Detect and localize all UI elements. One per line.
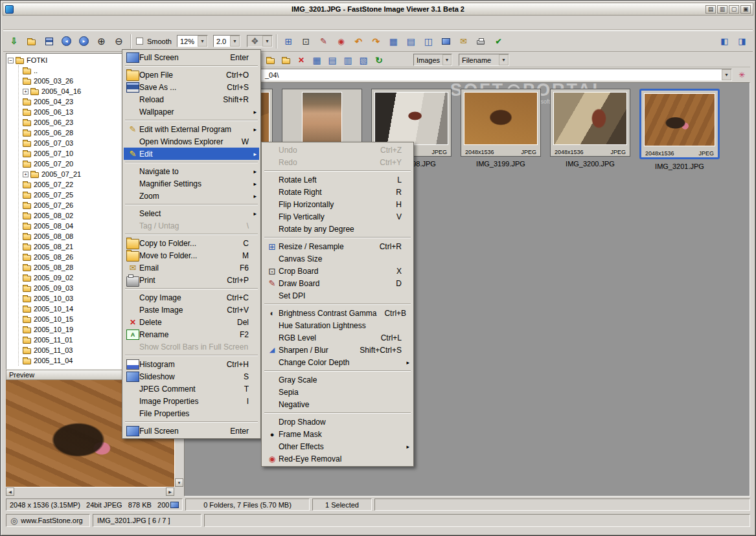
menu-item[interactable]: Resize / Resample Ctrl+R ▸: [263, 240, 412, 252]
chevron-down-icon[interactable]: ▼: [442, 54, 452, 65]
menu-favorites[interactable]: [42, 22, 51, 25]
sort-by-select[interactable]: Filename ▼: [459, 54, 509, 66]
red-eye-button[interactable]: [333, 33, 349, 49]
menu-item[interactable]: Sharpen / Blur Shift+Ctrl+S ▸: [263, 344, 412, 356]
thumbnail-image[interactable]: [553, 92, 627, 145]
tile-windows-button[interactable]: [705, 5, 716, 14]
menu-item[interactable]: Crop Board X ▸: [263, 265, 412, 277]
view-pairs-button[interactable]: [356, 54, 371, 67]
menu-item[interactable]: Brightness Contrast Gamma Ctrl+B ▸: [263, 307, 412, 319]
menu-item[interactable]: Copy to Folder... C ▸: [124, 237, 259, 249]
address-dropdown-button[interactable]: ▼: [722, 69, 731, 80]
menu-item[interactable]: Navigate to ▸: [124, 165, 259, 177]
zoom-out-button[interactable]: [111, 33, 127, 49]
copy-to-folder-button[interactable]: [263, 54, 277, 67]
menu-item[interactable]: JPEG Comment T ▸: [124, 383, 259, 395]
thumbnail-cell[interactable]: 2048x1536 JPEG IMG_3199.JPG: [461, 89, 541, 171]
menu-item[interactable]: Email F6 ▸: [124, 262, 259, 274]
menu-item[interactable]: Rotate by any Degree ▸: [263, 223, 412, 235]
menu-item[interactable]: Draw Board D ▸: [263, 277, 412, 289]
view-list-button[interactable]: [325, 54, 339, 67]
menu-item[interactable]: Copy Image Ctrl+C ▸: [124, 291, 259, 304]
chevron-down-icon[interactable]: ▼: [230, 36, 240, 47]
menu-item[interactable]: Negative ▸: [263, 398, 412, 410]
redo-button[interactable]: [368, 33, 384, 49]
images-filter-select[interactable]: Images ▼: [413, 54, 452, 66]
refresh-button[interactable]: [372, 54, 386, 67]
zoom-step-select[interactable]: 2.0 ▼: [213, 35, 240, 47]
layout-viewer-button[interactable]: [734, 33, 750, 49]
filter-button[interactable]: [735, 69, 749, 82]
maximize-button[interactable]: [729, 5, 739, 14]
menu-file[interactable]: [6, 22, 15, 25]
move-to-folder-button[interactable]: [279, 54, 293, 67]
menu-item[interactable]: Save As ... Ctrl+S ▸: [124, 81, 259, 93]
menu-help[interactable]: [78, 22, 87, 25]
smooth-checkbox[interactable]: [136, 38, 143, 45]
menu-item[interactable]: Rename F2 ▸: [124, 328, 259, 341]
menu-item[interactable]: Flip Vertically V ▸: [263, 210, 412, 223]
next-image-button[interactable]: [76, 33, 92, 49]
menu-item[interactable]: Rotate Left L ▸: [263, 173, 412, 186]
menu-edit[interactable]: [15, 22, 24, 25]
thumbnail-view-button[interactable]: [385, 33, 402, 49]
mouse-action-select[interactable]: ▼: [247, 35, 273, 47]
menu-item[interactable]: Zoom ▸: [124, 190, 259, 202]
collapse-box-icon[interactable]: −: [8, 58, 14, 63]
scroll-down-icon[interactable]: ▼: [175, 478, 183, 487]
chevron-down-icon[interactable]: ▼: [262, 36, 272, 47]
menu-item[interactable]: Red-Eye Removal ▸: [263, 452, 412, 465]
menu-item[interactable]: Gray Scale ▸: [263, 374, 412, 386]
email-button[interactable]: [455, 33, 472, 49]
close-button[interactable]: [740, 5, 751, 14]
menu-item[interactable]: Full Screen Enter ▸: [124, 51, 259, 63]
crop-board-button[interactable]: [298, 33, 314, 49]
menu-item[interactable]: Histogram Ctrl+H ▸: [124, 358, 259, 370]
draw-board-button[interactable]: [315, 33, 332, 49]
menu-item[interactable]: Flip Horizontally H ▸: [263, 198, 412, 210]
menu-item[interactable]: Undo Ctrl+Z ▸: [263, 144, 412, 156]
menu-item[interactable]: Frame Mask ▸: [263, 428, 412, 440]
menu-item[interactable]: Open File Ctrl+O ▸: [124, 69, 259, 81]
address-path-input[interactable]: _04\ ▼: [185, 69, 732, 81]
menu-item[interactable]: Wallpaper ▸: [124, 106, 259, 118]
menu-item[interactable]: Change Color Depth ▸: [263, 356, 412, 368]
menu-item[interactable]: Move to Folder... M ▸: [124, 249, 259, 262]
undo-button[interactable]: [350, 33, 367, 49]
chevron-down-icon[interactable]: ▼: [499, 54, 509, 65]
menu-item[interactable]: Tag / Untag \ ▸: [124, 219, 259, 232]
menu-item[interactable]: File Properties ▸: [124, 407, 259, 419]
thumbnail-image[interactable]: [302, 92, 342, 145]
save-as-button[interactable]: [41, 33, 57, 49]
browse-folder-button[interactable]: [23, 33, 40, 49]
resize-button[interactable]: [281, 33, 297, 49]
thumbnail-cell[interactable]: 2048x1536 JPEG IMG_3201.JPG: [639, 89, 720, 171]
menu-item[interactable]: Canvas Size ▸: [263, 252, 412, 265]
menu-skin[interactable]: [69, 22, 78, 25]
tag-button[interactable]: [490, 33, 507, 49]
menu-item[interactable]: Other Effects ▸: [263, 440, 412, 452]
thumbnail-image[interactable]: [464, 92, 538, 145]
menu-item[interactable]: Image Properties I ▸: [124, 395, 259, 407]
full-screen-button[interactable]: [438, 33, 454, 49]
view-details-button[interactable]: [341, 54, 355, 67]
previous-image-button[interactable]: [58, 33, 74, 49]
menu-tag[interactable]: [33, 22, 42, 25]
expand-box-icon[interactable]: +: [23, 172, 29, 177]
minimize-button[interactable]: [717, 5, 727, 14]
menu-item[interactable]: Open Windows Explorer W ▸: [124, 135, 259, 148]
compare-images-button[interactable]: [420, 33, 437, 49]
menu-item[interactable]: Hue Saturation Lightness ▸: [263, 319, 412, 331]
scroll-left-icon[interactable]: ◀: [6, 487, 14, 496]
menu-item[interactable]: Slideshow S ▸: [124, 370, 259, 383]
layout-browser-button[interactable]: [716, 33, 733, 49]
preview-horizontal-scrollbar[interactable]: ◀ ▶: [6, 487, 174, 495]
view-thumbnails-button[interactable]: [310, 54, 324, 67]
chevron-down-icon[interactable]: ▼: [198, 36, 207, 47]
menu-item[interactable]: Paste Image Ctrl+V ▸: [124, 304, 259, 316]
site-link[interactable]: www.FastStone.org: [21, 517, 82, 524]
open-file-button[interactable]: [6, 33, 22, 49]
menu-item[interactable]: Full Screen Enter ▸: [124, 425, 259, 437]
thumbnail-cell[interactable]: 2048x1536 JPEG IMG_3200.JPG: [550, 89, 630, 171]
zoom-percent-select[interactable]: 12% ▼: [177, 35, 208, 47]
